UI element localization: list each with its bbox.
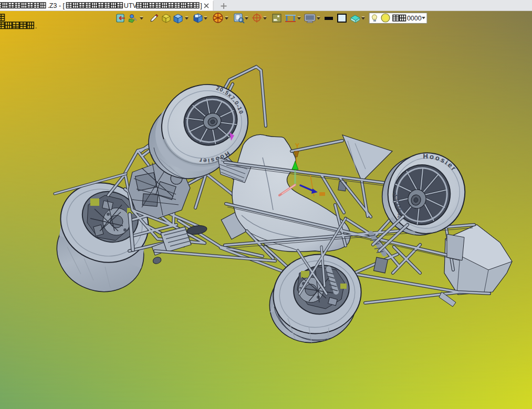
- svg-text:0000: 0000: [407, 15, 422, 22]
- svg-text:]: ]: [200, 2, 202, 9]
- svg-text:Y: Y: [295, 142, 299, 150]
- svg-text:.: .: [35, 22, 37, 30]
- svg-text:UTV: UTV: [124, 2, 138, 9]
- svg-text:.Z3 - [: .Z3 - [: [47, 2, 65, 9]
